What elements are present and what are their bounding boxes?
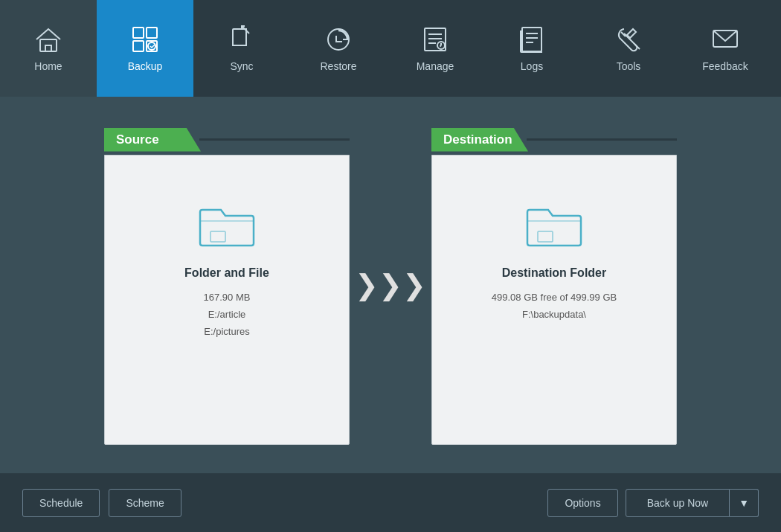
nav-item-sync[interactable]: Sync	[193, 0, 290, 97]
dropdown-arrow-icon: ▼	[739, 497, 749, 509]
svg-rect-17	[522, 28, 541, 51]
source-panel: Source Folder and File 167.90 MB E:/arti…	[104, 125, 350, 445]
svg-point-6	[148, 42, 155, 50]
source-header-line	[199, 138, 350, 141]
nav-item-home[interactable]: Home	[0, 0, 97, 97]
nav-item-feedback[interactable]: Feedback	[677, 0, 774, 97]
destination-path: F:\backupdata\	[522, 309, 586, 320]
backup-icon	[130, 25, 160, 54]
nav-label-manage: Manage	[417, 60, 454, 72]
sync-icon	[227, 25, 257, 54]
destination-folder-icon	[524, 200, 584, 251]
nav-label-feedback: Feedback	[702, 60, 748, 72]
main-content: Source Folder and File 167.90 MB E:/arti…	[0, 97, 781, 472]
scheme-button[interactable]: Scheme	[109, 489, 181, 517]
options-button[interactable]: Options	[547, 489, 617, 517]
backup-now-button[interactable]: Back up Now	[626, 489, 730, 517]
svg-rect-7	[233, 29, 246, 45]
navbar: Home Backup Sync Restore	[0, 0, 781, 97]
destination-panel-header: Destination	[431, 125, 677, 155]
svg-line-16	[440, 45, 442, 47]
nav-label-tools: Tools	[617, 60, 641, 72]
source-panel-title: Folder and File	[184, 266, 269, 280]
destination-header-line	[527, 138, 677, 141]
arrows-container: ❯❯❯	[350, 269, 431, 301]
destination-panel-info: 499.08 GB free of 499.99 GB F:\backupdat…	[492, 289, 617, 324]
logs-icon	[517, 25, 547, 54]
nav-label-restore: Restore	[320, 60, 356, 72]
source-folder-icon	[197, 200, 257, 251]
restore-icon	[324, 25, 353, 54]
source-panel-body[interactable]: Folder and File 167.90 MB E:/article E:/…	[104, 155, 350, 445]
svg-rect-3	[147, 28, 157, 38]
footer-left-buttons: Schedule Scheme	[22, 489, 181, 517]
source-path-1: E:/article	[208, 309, 246, 320]
nav-item-tools[interactable]: Tools	[580, 0, 677, 97]
footer: Schedule Scheme Options Back up Now ▼	[0, 472, 781, 532]
nav-item-restore[interactable]: Restore	[290, 0, 387, 97]
svg-rect-4	[133, 41, 144, 51]
source-panel-label: Source	[104, 128, 201, 152]
source-path-2: E:/pictures	[204, 326, 249, 337]
nav-item-backup[interactable]: Backup	[97, 0, 193, 97]
transfer-arrows: ❯❯❯	[355, 269, 426, 301]
home-icon	[33, 25, 63, 54]
destination-panel-title: Destination Folder	[502, 266, 606, 280]
nav-item-logs[interactable]: Logs	[483, 0, 580, 97]
nav-label-logs: Logs	[521, 60, 543, 72]
nav-label-sync: Sync	[230, 60, 253, 72]
destination-panel-label: Destination	[431, 128, 528, 152]
tools-icon	[614, 25, 643, 54]
schedule-button[interactable]: Schedule	[22, 489, 100, 517]
destination-free-space: 499.08 GB free of 499.99 GB	[492, 292, 617, 303]
feedback-icon	[710, 25, 740, 54]
destination-panel: Destination Destination Folder 499.08 GB…	[431, 125, 677, 445]
backup-now-dropdown[interactable]: ▼	[730, 489, 759, 517]
destination-panel-body[interactable]: Destination Folder 499.08 GB free of 499…	[431, 155, 677, 445]
svg-rect-25	[538, 231, 553, 242]
svg-rect-2	[133, 28, 144, 38]
svg-rect-24	[210, 231, 225, 242]
footer-right-buttons: Options Back up Now ▼	[547, 489, 759, 517]
source-panel-info: 167.90 MB E:/article E:/pictures	[204, 289, 251, 341]
nav-label-home: Home	[34, 60, 62, 72]
source-panel-header: Source	[104, 125, 350, 155]
nav-label-backup: Backup	[128, 60, 163, 72]
manage-icon	[420, 25, 450, 54]
nav-item-manage[interactable]: Manage	[387, 0, 483, 97]
svg-rect-1	[45, 45, 51, 51]
